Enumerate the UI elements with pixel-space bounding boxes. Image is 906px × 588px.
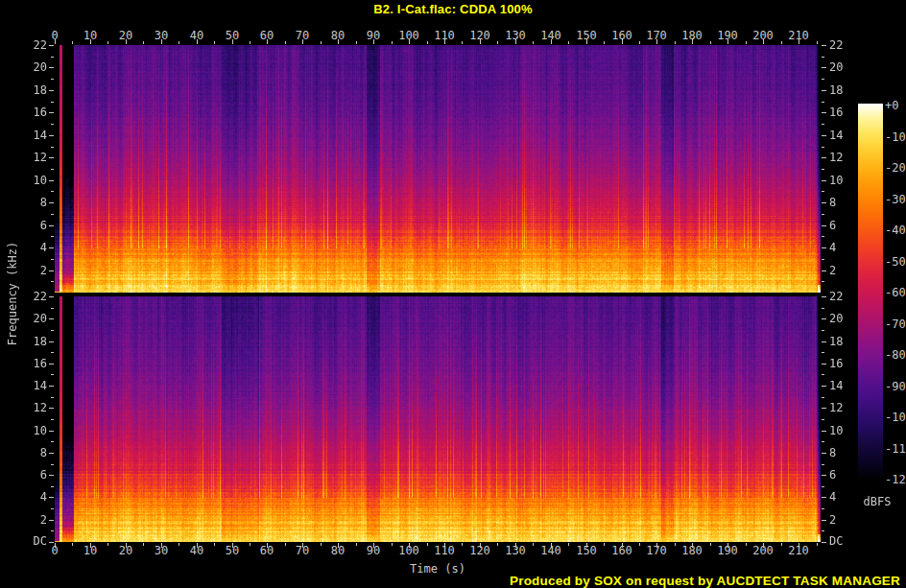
- x-tick-label-bottom: 160: [605, 545, 639, 556]
- y-tick-right: [822, 364, 826, 365]
- colorbar-tick-label: -120: [885, 474, 906, 485]
- y-minor-tick-left: [51, 147, 54, 148]
- x-minor-tick-bottom: [675, 543, 676, 546]
- x-minor-tick-top: [179, 41, 179, 44]
- y-minor-tick-left: [51, 191, 54, 192]
- x-tick-label-bottom: 60: [250, 545, 284, 556]
- y-tick-label-dc-left: DC: [0, 535, 47, 547]
- y-minor-tick-left: [51, 397, 54, 398]
- colorbar-tick-label: -40: [885, 224, 906, 236]
- x-minor-tick-bottom: [604, 543, 605, 546]
- y-tick-left: [49, 408, 54, 409]
- x-minor-tick-bottom: [639, 543, 640, 546]
- x-tick-label-bottom: 200: [746, 545, 780, 556]
- y-tick-right: [822, 67, 826, 68]
- y-tick-label-left: 10: [0, 175, 47, 186]
- colorbar-tick-label: -70: [885, 318, 906, 330]
- x-minor-tick-top: [639, 41, 640, 44]
- y-tick-right: [822, 453, 826, 454]
- colorbar-tick-label: -50: [885, 256, 906, 268]
- y-minor-tick-right: [822, 352, 824, 353]
- y-tick-left: [49, 135, 54, 136]
- x-minor-tick-top: [392, 41, 393, 44]
- x-minor-tick-top: [746, 41, 747, 44]
- y-tick-left: [49, 497, 54, 498]
- y-tick-left: [49, 364, 54, 365]
- x-tick-label-top: 210: [781, 30, 816, 41]
- x-tick-label-top: 10: [73, 30, 107, 41]
- y-minor-tick-right: [822, 419, 824, 420]
- colorbar-tick-label: -80: [885, 349, 906, 361]
- y-minor-tick-right: [822, 508, 824, 509]
- x-minor-tick-top: [533, 41, 534, 44]
- y-tick-left: [49, 225, 54, 226]
- y-minor-tick-right: [822, 169, 824, 170]
- y-minor-tick-left: [51, 486, 54, 487]
- y-minor-tick-right: [822, 147, 824, 148]
- x-minor-tick-top: [107, 41, 108, 44]
- y-tick-left: [49, 180, 54, 181]
- x-tick-label-top: 80: [321, 30, 355, 41]
- y-axis-title: Frequency (kHz): [6, 242, 19, 345]
- x-minor-tick-bottom: [72, 543, 73, 546]
- x-minor-tick-bottom: [817, 543, 818, 546]
- y-minor-tick-left: [51, 330, 54, 331]
- x-minor-tick-bottom: [497, 543, 498, 546]
- y-tick-right: [822, 135, 826, 136]
- y-tick-left: [49, 431, 54, 432]
- y-tick-left: [49, 520, 54, 521]
- y-tick-label-right: 2: [829, 514, 868, 526]
- x-minor-tick-bottom: [710, 543, 711, 546]
- colorbar-tick-label: -100: [885, 412, 906, 423]
- sox-spectrogram-image: B2. I-Cat.flac: CDDA 100% 00101020203030…: [0, 0, 906, 588]
- y-minor-tick-left: [51, 419, 54, 420]
- x-tick-label-bottom: 110: [427, 545, 462, 556]
- x-tick-label-top: 100: [392, 30, 426, 41]
- y-tick-left: [49, 542, 54, 543]
- y-tick-label-left: 14: [0, 129, 47, 141]
- x-tick-label-top: 40: [179, 30, 214, 41]
- x-minor-tick-bottom: [533, 543, 534, 546]
- y-tick-label-left: 12: [0, 402, 47, 413]
- y-tick-label-left: 4: [0, 491, 47, 503]
- x-tick-label-top: 60: [250, 30, 284, 41]
- y-tick-label-left: 16: [0, 358, 47, 369]
- y-tick-right: [822, 202, 826, 203]
- y-tick-label-dc-right: DC: [829, 535, 868, 547]
- colorbar-tick-label: -60: [885, 287, 906, 298]
- x-minor-tick-top: [604, 41, 605, 44]
- y-tick-right: [822, 408, 826, 409]
- x-tick-label-bottom: 70: [285, 545, 320, 556]
- y-minor-tick-left: [51, 530, 54, 531]
- x-tick-label-bottom: 40: [179, 545, 214, 556]
- x-tick-label-top: 120: [463, 30, 497, 41]
- y-tick-right: [822, 542, 826, 543]
- y-tick-left: [49, 453, 54, 454]
- y-minor-tick-right: [822, 102, 824, 103]
- x-minor-tick-top: [568, 41, 569, 44]
- spectrogram-channel-left: [55, 45, 821, 293]
- x-minor-tick-bottom: [143, 543, 144, 546]
- y-tick-label-right: 22: [829, 39, 868, 51]
- y-minor-tick-left: [51, 259, 54, 260]
- x-tick-label-top: 170: [639, 30, 674, 41]
- x-minor-tick-top: [72, 41, 73, 44]
- page-title: B2. I-Cat.flac: CDDA 100%: [0, 2, 906, 16]
- y-tick-label-right: 20: [829, 61, 868, 73]
- x-tick-label-top: 160: [605, 30, 639, 41]
- x-tick-label-bottom: 80: [321, 545, 355, 556]
- colorbar-unit-label: dBFS: [850, 495, 904, 508]
- x-minor-tick-top: [143, 41, 144, 44]
- y-minor-tick-right: [822, 330, 824, 331]
- x-minor-tick-bottom: [392, 543, 393, 546]
- y-tick-right: [822, 497, 826, 498]
- y-minor-tick-right: [822, 79, 824, 80]
- y-tick-label-left: 2: [0, 514, 47, 526]
- x-minor-tick-top: [710, 41, 711, 44]
- y-tick-right: [822, 225, 826, 226]
- y-tick-label-left: 10: [0, 425, 47, 436]
- y-minor-tick-left: [51, 464, 54, 465]
- x-minor-tick-top: [462, 41, 463, 44]
- x-tick-label-top: 180: [675, 30, 709, 41]
- x-tick-label-bottom: 90: [356, 545, 391, 556]
